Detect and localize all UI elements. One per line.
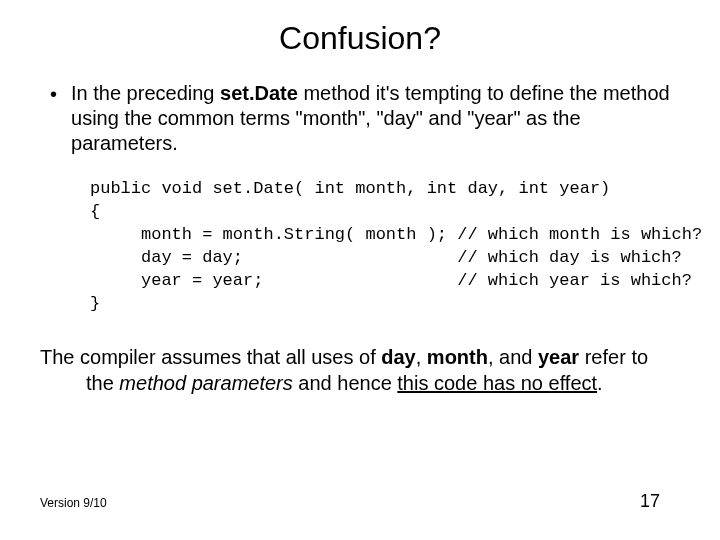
code-line-6: } bbox=[90, 294, 100, 313]
summary-s5: and hence bbox=[293, 372, 398, 394]
bullet-text: In the preceding set.Date method it's te… bbox=[71, 81, 680, 156]
summary-day: day bbox=[381, 346, 415, 368]
code-line-1: public void set.Date( int month, int day… bbox=[90, 179, 610, 198]
bullet-marker: • bbox=[50, 82, 57, 156]
summary-year: year bbox=[538, 346, 579, 368]
summary-paragraph: The compiler assumes that all uses of da… bbox=[40, 344, 680, 396]
summary-s6: . bbox=[597, 372, 603, 394]
page-number: 17 bbox=[640, 491, 660, 512]
code-line-4: day = day; // which day is which? bbox=[90, 248, 682, 267]
footer-version: Version 9/10 bbox=[40, 496, 107, 510]
code-block: public void set.Date( int month, int day… bbox=[90, 178, 680, 316]
code-line-2: { bbox=[90, 202, 100, 221]
code-line-3: month = month.String( month ); // which … bbox=[90, 225, 702, 244]
bullet-bold: set.Date bbox=[220, 82, 298, 104]
summary-s1: The compiler assumes that all uses of bbox=[40, 346, 381, 368]
summary-italic: method parameters bbox=[119, 372, 292, 394]
bullet-item: • In the preceding set.Date method it's … bbox=[40, 81, 680, 156]
summary-underline: this code has no effect bbox=[397, 372, 597, 394]
summary-month: month bbox=[427, 346, 488, 368]
bullet-pre: In the preceding bbox=[71, 82, 220, 104]
summary-s2: , bbox=[416, 346, 427, 368]
slide-title: Confusion? bbox=[40, 20, 680, 57]
summary-s3: , and bbox=[488, 346, 538, 368]
code-line-5: year = year; // which year is which? bbox=[90, 271, 692, 290]
